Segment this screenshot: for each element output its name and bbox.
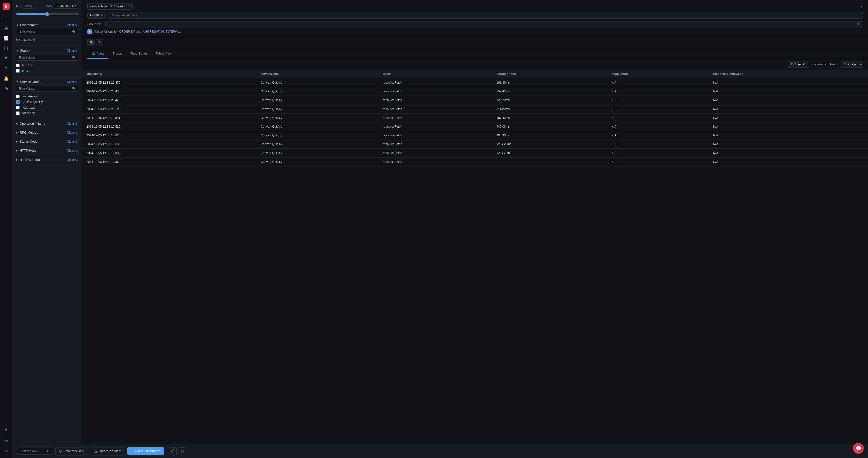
rpc-method-clear-all-button[interactable]: Clear All [67, 131, 78, 134]
min-value[interactable]: 0 ms [23, 3, 34, 8]
status-search-input[interactable] [18, 56, 72, 59]
create-alert-button[interactable]: △ Create an Alert [91, 447, 124, 455]
service-name-search-icon[interactable]: 🔍 [72, 87, 76, 90]
operation-name-section[interactable]: ▶ Operation / Name Clear All [12, 119, 82, 128]
table-row[interactable]: 2024-12-05 12:38:18.608 Convert Quickly … [82, 149, 868, 157]
service-node-checkbox[interactable] [16, 106, 20, 109]
service-name-clear-all-button[interactable]: Clear All [67, 80, 78, 84]
icon-sidebar: S ⌂ ◈ 📈 ◫ ⊞ ≡ 🔔 ◎ ? ✉ ⚙ [0, 0, 12, 458]
nav-help-icon[interactable]: ? [2, 427, 10, 435]
nav-alert-icon[interactable]: 🔔 [2, 74, 10, 83]
bookmark-icon-button[interactable]: ⊟ [179, 448, 186, 455]
add-dashboard-button[interactable]: + Add to Dashboard [127, 448, 164, 455]
environment-section-title[interactable]: ▼ Environment [16, 23, 38, 27]
add-conditions-plus-button[interactable]: + [87, 29, 92, 34]
environment-clear-all-button[interactable]: Clear All [67, 23, 78, 27]
chat-bubble-button[interactable]: 💬 [853, 443, 864, 454]
service-name-search[interactable]: 🔍 [16, 86, 78, 92]
environment-search-icon[interactable]: 🔍 [72, 30, 76, 34]
cell-duration: 126.20ms [492, 96, 607, 105]
status-error-checkbox[interactable] [16, 64, 20, 67]
service-quarkus-item[interactable]: quarkus-app [16, 94, 78, 99]
group-by-input[interactable]: ▼ [105, 21, 863, 27]
table-row[interactable]: 2024-12-05 12:38:19.541 Convert Quickly … [82, 114, 868, 122]
environment-search-input[interactable] [18, 30, 72, 34]
table-row[interactable]: 2024-12-05 12:38:20.456 Convert Quickly … [82, 87, 868, 96]
status-code-section[interactable]: ▶ Status Code Clear All [12, 137, 82, 146]
group-by-label: Group by [87, 22, 102, 26]
filter-tag-close-icon[interactable]: × [128, 4, 130, 8]
service-convert-checkbox[interactable] [16, 100, 20, 104]
http-method-section[interactable]: ▶ HTTP Method Clear All [12, 155, 82, 164]
data-table: Timestamp serviceName name durationNano … [82, 69, 868, 166]
http-method-clear-all-button[interactable]: Clear All [67, 158, 78, 161]
status-code-clear-all-button[interactable]: Clear All [67, 140, 78, 144]
service-name-search-input[interactable] [18, 87, 72, 90]
tab-traces[interactable]: Traces [108, 49, 126, 59]
environment-search[interactable]: 🔍 [16, 29, 78, 35]
status-ok-item[interactable]: Ok [16, 68, 78, 73]
tab-list-view[interactable]: List View [87, 49, 108, 59]
service-quarkus-label: quarkus-app [22, 95, 38, 98]
nav-chart-icon[interactable]: ◈ [2, 24, 10, 32]
nav-compass-icon[interactable]: ◎ [2, 84, 10, 92]
table-row[interactable]: 2024-12-05 12:38:18.620 Convert Quickly … [82, 131, 868, 140]
cell-name: resourceFetch [379, 131, 492, 140]
table-row[interactable]: 2024-12-05 12:38:19.526 Convert Quickly … [82, 122, 868, 131]
duration-range-slider[interactable] [16, 12, 78, 16]
info-icon-button[interactable]: ⓘ [169, 448, 177, 455]
aggregate-select[interactable]: NOOP ▼ [87, 12, 106, 19]
service-quarkus-checkbox[interactable] [16, 95, 20, 98]
status-section-title[interactable]: ▼ Status [16, 49, 29, 53]
nav-analytics-icon[interactable]: 📈 [2, 34, 10, 42]
service-name-filter-tag[interactable]: serviceName IN Convert ... × [87, 3, 133, 9]
table-row[interactable]: 2024-12-05 12:38:20.100 Convert Quickly … [82, 105, 868, 114]
tab-time-series[interactable]: Time Series [126, 49, 152, 59]
operation-name-label: Operation / Name [20, 122, 45, 125]
sigma-view-icon-button[interactable]: Σ [96, 39, 103, 46]
save-view-button[interactable]: ◎ Save this view [55, 447, 88, 455]
nav-user-settings-icon[interactable]: ⚙ [2, 447, 10, 455]
filter-sidebar: MIN 0 ms MAX 100000000 ms ▼ Environment [12, 0, 82, 458]
nav-home-icon[interactable]: ⌂ [2, 14, 10, 22]
service-gogin-checkbox[interactable] [16, 111, 20, 115]
environment-section: ▼ Environment Clear All 🔍 No data found [12, 20, 82, 46]
table-row[interactable]: 2024-12-05 12:38:18.609 Convert Quickly … [82, 140, 868, 149]
col-service-name: serviceName [257, 69, 379, 79]
list-view-icon-button[interactable]: ☰ [87, 39, 95, 46]
max-value[interactable]: 100000000 ms [54, 3, 78, 8]
aggregation-interval-link[interactable]: AGGREGATION INTERVAL [143, 30, 180, 33]
http-host-section[interactable]: ▶ HTTP Host Clear All [12, 146, 82, 155]
status-error-item[interactable]: Error [16, 63, 78, 68]
order-by-link[interactable]: ORDER BY [119, 30, 135, 33]
view-select[interactable]: Select a view ▼ [17, 448, 52, 455]
service-convert-item[interactable]: Convert Quickly [16, 99, 78, 105]
app-logo[interactable]: S [2, 3, 9, 10]
operation-name-clear-all-button[interactable]: Clear All [67, 122, 78, 125]
table-row[interactable]: 2024-12-05 12:38:20.420 Convert Quickly … [82, 96, 868, 105]
service-name-section-title[interactable]: ▼ Service Name [16, 80, 41, 84]
cell-name: resourceFetch [379, 122, 492, 131]
aggregate-attribute-input[interactable] [108, 12, 863, 19]
status-search-icon[interactable]: 🔍 [72, 56, 76, 59]
cell-duration: 187.40ms [492, 114, 607, 122]
cell-status: N/A [709, 131, 868, 140]
nav-grid-icon[interactable]: ⊞ [2, 54, 10, 62]
page-size-select[interactable]: 10 / page 25 / page 50 / page [841, 61, 863, 68]
next-page-button[interactable]: Next › [829, 62, 840, 67]
service-node-item[interactable]: node_app [16, 105, 78, 110]
http-host-clear-all-button[interactable]: Clear All [67, 149, 78, 153]
table-row[interactable]: 2024-12-05 12:38:18.558 Convert Quickly … [82, 157, 868, 166]
status-clear-all-button[interactable]: Clear All [67, 49, 78, 53]
rpc-method-section[interactable]: ▶ RPC Method Clear All [12, 128, 82, 137]
status-search[interactable]: 🔍 [16, 55, 78, 61]
tab-table-view[interactable]: Table View [152, 49, 176, 59]
nav-message-icon[interactable]: ✉ [2, 437, 10, 445]
status-ok-checkbox[interactable] [16, 69, 20, 72]
options-button[interactable]: Options ⚙ [788, 61, 809, 68]
nav-layers-icon[interactable]: ◫ [2, 44, 10, 52]
service-gogin-item[interactable]: goGinApp [16, 110, 78, 116]
nav-sliders-icon[interactable]: ≡ [2, 64, 10, 72]
previous-page-button[interactable]: ‹ Previous [811, 62, 828, 67]
table-row[interactable]: 2024-12-05 12:38:20.456 Convert Quickly … [82, 79, 868, 87]
